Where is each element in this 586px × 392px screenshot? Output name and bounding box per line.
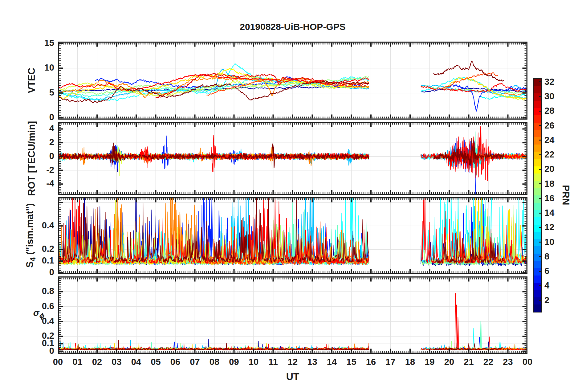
colorbar-tick-label: 8 (544, 251, 569, 262)
colorbar-band (534, 232, 541, 239)
colorbar-band (534, 101, 541, 108)
colorbar-band (534, 137, 541, 145)
colorbar-band (534, 115, 541, 123)
colorbar-tick-mark (539, 81, 541, 82)
colorbar-tick-mark (539, 271, 541, 272)
y-tick-label: 0.8 (28, 286, 54, 296)
colorbar-tick-label: 20 (544, 164, 569, 174)
colorbar-band (534, 304, 541, 312)
colorbar-band (534, 290, 541, 297)
colorbar-band (534, 159, 541, 166)
prn-colorbar (533, 78, 542, 312)
colorbar-band (534, 217, 541, 225)
colorbar-tick-label: 12 (544, 222, 569, 232)
x-tick-label: 00 (515, 357, 540, 367)
colorbar-tick-mark (539, 140, 541, 141)
colorbar-tick-mark (539, 213, 541, 214)
colorbar-tick-label: 32 (544, 77, 569, 87)
colorbar-tick-label: 2 (544, 295, 569, 305)
colorbar-band (534, 181, 541, 188)
colorbar-band (534, 225, 541, 232)
x-axis-label: UT (58, 371, 527, 382)
rot-panel-plot (58, 122, 527, 195)
y-tick-label: 5 (28, 88, 54, 98)
colorbar-band (534, 239, 541, 247)
colorbar-band (534, 174, 541, 181)
colorbar-band (534, 283, 541, 290)
y-tick-label: 0 (28, 151, 54, 161)
colorbar-title: PRN (560, 185, 571, 205)
y-tick-label: 0 (28, 267, 54, 277)
y-tick-label: 2 (28, 137, 54, 147)
colorbar-tick-mark (539, 198, 541, 199)
colorbar-tick-mark (539, 111, 541, 112)
colorbar-band (534, 268, 541, 276)
colorbar-band (534, 123, 541, 130)
colorbar-tick-label: 22 (544, 149, 569, 160)
colorbar-band (534, 195, 541, 203)
y-tick-label: 0.6 (28, 301, 54, 311)
colorbar-band (534, 188, 541, 195)
colorbar-band (534, 130, 541, 137)
colorbar-tick-mark (539, 183, 541, 184)
y-tick-label: 0.1 (28, 255, 54, 266)
colorbar-band (534, 86, 541, 94)
colorbar-tick-label: 26 (544, 120, 569, 131)
colorbar-tick-mark (539, 154, 541, 155)
colorbar-tick-mark (539, 300, 541, 301)
colorbar-band (534, 93, 541, 101)
colorbar-tick-mark (539, 285, 541, 286)
colorbar-band (534, 254, 541, 261)
colorbar-band (534, 152, 541, 159)
colorbar-tick-label: 30 (544, 91, 569, 101)
colorbar-tick-label: 24 (544, 135, 569, 145)
colorbar-tick-mark (539, 125, 541, 126)
y-tick-label: 0.2 (28, 331, 54, 341)
colorbar-tick-label: 14 (544, 208, 569, 218)
colorbar-tick-label: 4 (544, 280, 569, 291)
colorbar-tick-label: 6 (544, 266, 569, 276)
colorbar-band (534, 210, 541, 217)
y-tick-label: 10 (28, 63, 54, 73)
vtec-panel-plot (58, 42, 527, 120)
colorbar-band (534, 203, 541, 210)
y-tick-label: 0.4 (28, 220, 54, 231)
y-tick-label: 0.2 (28, 244, 54, 254)
y-tick-label: 4 (28, 123, 54, 133)
colorbar-band (534, 79, 541, 86)
sigma-phi-panel-plot (58, 276, 527, 354)
colorbar-tick-label: 10 (544, 237, 569, 247)
colorbar-band (534, 297, 541, 305)
y-tick-label: 15 (28, 38, 54, 48)
y-tick-label: 0 (28, 112, 54, 122)
figure-window: 20190828-UiB-HOP-GPS VTEC ROT [TECU/min]… (0, 0, 586, 392)
y-tick-label: 0.4 (28, 316, 54, 326)
colorbar-tick-mark (539, 169, 541, 170)
colorbar-tick-label: 28 (544, 106, 569, 116)
colorbar-tick-mark (539, 96, 541, 97)
colorbar-band (534, 145, 541, 152)
y-tick-label: -4 (28, 178, 54, 189)
colorbar-band (534, 166, 541, 174)
colorbar-tick-mark (539, 227, 541, 228)
colorbar-band (534, 261, 541, 268)
y-tick-label: -2 (28, 165, 54, 175)
colorbar-tick-mark (539, 256, 541, 257)
plot-title: 20190828-UiB-HOP-GPS (58, 22, 527, 32)
colorbar-tick-mark (539, 242, 541, 243)
colorbar-band (534, 108, 541, 116)
colorbar-band (534, 246, 541, 254)
colorbar-band (534, 276, 541, 283)
s4-panel-plot (58, 197, 527, 274)
